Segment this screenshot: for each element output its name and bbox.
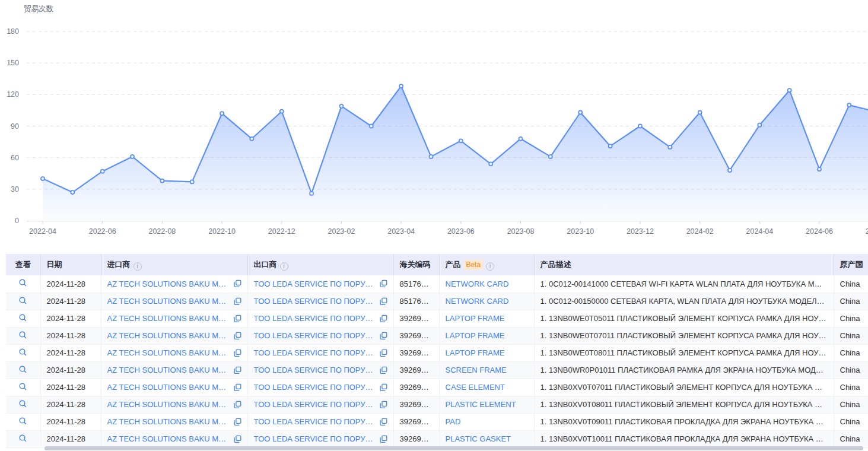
product-link[interactable]: LAPTOP FRAME xyxy=(446,348,505,357)
copy-button[interactable] xyxy=(380,297,387,306)
date-cell: 2024-11-28 xyxy=(40,361,101,379)
exporter-link[interactable]: TOO LEDA SERVICE ПО ПОРУЧЕН... xyxy=(254,383,376,392)
info-icon[interactable]: i xyxy=(486,262,494,271)
view-detail-button[interactable] xyxy=(18,296,27,305)
view-cell xyxy=(6,413,40,430)
importer-link[interactable]: AZ TECH SOLUTIONS BAKU MMC xyxy=(107,434,230,443)
importer-cell: AZ TECH SOLUTIONS BAKU MMC xyxy=(101,310,247,327)
view-detail-button[interactable] xyxy=(18,365,27,374)
view-detail-button[interactable] xyxy=(18,313,27,322)
product-link[interactable]: PLASTIC ELEMENT xyxy=(446,400,516,409)
svg-text:180: 180 xyxy=(7,27,19,36)
importer-link[interactable]: AZ TECH SOLUTIONS BAKU MMC xyxy=(107,417,230,426)
product-link[interactable]: LAPTOP FRAME xyxy=(446,314,505,323)
magnifier-icon xyxy=(18,382,27,391)
product-link[interactable]: SCREEN FRAME xyxy=(446,366,507,374)
product-cell: PAD xyxy=(439,413,534,430)
hs-code-cell: 3926909... xyxy=(393,344,439,361)
view-detail-button[interactable] xyxy=(18,382,27,391)
product-link[interactable]: LAPTOP FRAME xyxy=(446,331,505,340)
exporter-cell: TOO LEDA SERVICE ПО ПОРУЧЕН... xyxy=(247,379,393,396)
view-detail-button[interactable] xyxy=(18,399,27,408)
magnifier-icon xyxy=(18,417,27,425)
product-link[interactable]: CASE ELEMENT xyxy=(446,383,505,392)
origin-cell: China xyxy=(834,327,868,344)
exporter-cell: TOO LEDA SERVICE ПО ПОРУЧЕН... xyxy=(247,327,393,344)
importer-link[interactable]: AZ TECH SOLUTIONS BAKU MMC xyxy=(107,314,230,323)
svg-text:2023-04: 2023-04 xyxy=(387,227,415,236)
product-link[interactable]: NETWORK CARD xyxy=(446,280,509,288)
importer-link[interactable]: AZ TECH SOLUTIONS BAKU MMC xyxy=(107,400,230,409)
importer-link[interactable]: AZ TECH SOLUTIONS BAKU MMC xyxy=(107,331,230,340)
exporter-link[interactable]: TOO LEDA SERVICE ПО ПОРУЧЕН... xyxy=(254,434,376,443)
copy-button[interactable] xyxy=(380,366,387,374)
copy-button[interactable] xyxy=(380,418,387,426)
copy-button[interactable] xyxy=(380,349,387,357)
importer-link[interactable]: AZ TECH SOLUTIONS BAKU MMC xyxy=(107,366,230,374)
copy-button[interactable] xyxy=(380,332,387,340)
copy-button[interactable] xyxy=(234,401,241,409)
copy-icon xyxy=(234,435,241,443)
exporter-link[interactable]: TOO LEDA SERVICE ПО ПОРУЧЕН... xyxy=(254,314,376,323)
copy-button[interactable] xyxy=(234,349,241,357)
copy-button[interactable] xyxy=(380,315,387,323)
copy-button[interactable] xyxy=(234,383,241,392)
exporter-link[interactable]: TOO LEDA SERVICE ПО ПОРУЧЕН... xyxy=(254,297,376,306)
product-cell: NETWORK CARD xyxy=(439,293,534,310)
copy-button[interactable] xyxy=(234,366,241,374)
importer-cell: AZ TECH SOLUTIONS BAKU MMC xyxy=(101,413,247,430)
exporter-link[interactable]: TOO LEDA SERVICE ПО ПОРУЧЕН... xyxy=(254,348,376,357)
description-cell: 1. 13NB0XV0T09011 ПЛАСТИКОВАЯ ПРОКЛАДКА … xyxy=(534,413,834,430)
hs-code-cell: 3926909... xyxy=(393,327,439,344)
copy-button[interactable] xyxy=(380,383,387,392)
svg-text:0: 0 xyxy=(15,217,19,225)
view-detail-button[interactable] xyxy=(18,348,27,357)
product-link[interactable]: PLASTIC GASKET xyxy=(446,434,511,443)
copy-button[interactable] xyxy=(234,332,241,340)
exporter-link[interactable]: TOO LEDA SERVICE ПО ПОРУЧЕН... xyxy=(254,417,376,426)
copy-button[interactable] xyxy=(380,435,387,443)
view-detail-button[interactable] xyxy=(18,417,27,425)
copy-button[interactable] xyxy=(234,435,241,443)
col-header-exporter: 出口商i xyxy=(247,254,393,275)
svg-text:2023-06: 2023-06 xyxy=(447,227,475,236)
svg-text:90: 90 xyxy=(11,122,19,131)
copy-icon xyxy=(234,366,241,374)
importer-cell: AZ TECH SOLUTIONS BAKU MMC xyxy=(101,275,247,293)
importer-link[interactable]: AZ TECH SOLUTIONS BAKU MMC xyxy=(107,348,230,357)
table-row: 2024-11-28 AZ TECH SOLUTIONS BAKU MMC TO… xyxy=(6,379,868,396)
exporter-link[interactable]: TOO LEDA SERVICE ПО ПОРУЧЕН... xyxy=(254,331,376,340)
copy-button[interactable] xyxy=(380,280,387,288)
importer-link[interactable]: AZ TECH SOLUTIONS BAKU MMC xyxy=(107,280,230,288)
product-link[interactable]: NETWORK CARD xyxy=(446,297,509,306)
shipments-table: 查看 日期 进口商i 出口商i 海关编码 产品Betai 产品描述 原产国 xyxy=(6,254,868,448)
exporter-link[interactable]: TOO LEDA SERVICE ПО ПОРУЧЕН... xyxy=(254,400,376,409)
view-detail-button[interactable] xyxy=(18,434,27,443)
svg-text:2024-08: 2024-08 xyxy=(866,227,868,236)
exporter-link[interactable]: TOO LEDA SERVICE ПО ПОРУЧЕН... xyxy=(254,280,376,288)
date-cell: 2024-11-28 xyxy=(40,396,101,413)
origin-cell: China xyxy=(834,396,868,413)
copy-button[interactable] xyxy=(234,280,241,288)
copy-icon xyxy=(380,315,387,323)
copy-button[interactable] xyxy=(380,401,387,409)
product-cell: PLASTIC GASKET xyxy=(439,430,534,447)
product-link[interactable]: PAD xyxy=(446,417,461,426)
copy-button[interactable] xyxy=(234,418,241,426)
copy-button[interactable] xyxy=(234,315,241,323)
copy-icon xyxy=(380,366,387,374)
view-cell xyxy=(6,344,40,361)
date-cell: 2024-11-28 xyxy=(40,430,101,447)
info-icon[interactable]: i xyxy=(280,262,288,271)
origin-cell: China xyxy=(834,344,868,361)
importer-link[interactable]: AZ TECH SOLUTIONS BAKU MMC xyxy=(107,297,230,306)
origin-cell: China xyxy=(834,361,868,379)
view-detail-button[interactable] xyxy=(18,278,27,287)
info-icon[interactable]: i xyxy=(133,262,142,271)
exporter-link[interactable]: TOO LEDA SERVICE ПО ПОРУЧЕН... xyxy=(254,366,376,374)
horizontal-scrollbar-thumb[interactable] xyxy=(44,446,863,450)
copy-button[interactable] xyxy=(234,297,241,306)
view-detail-button[interactable] xyxy=(18,331,27,339)
importer-link[interactable]: AZ TECH SOLUTIONS BAKU MMC xyxy=(107,383,230,392)
svg-text:2024-04: 2024-04 xyxy=(746,227,773,236)
